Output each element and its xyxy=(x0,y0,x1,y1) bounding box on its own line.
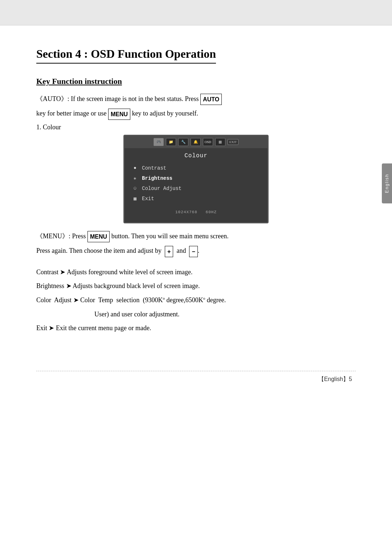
osd-footer-resolution: 1024X768 60HZ xyxy=(132,210,260,216)
osd-icon-gamepad: 🎮 xyxy=(154,138,164,146)
side-tab-label: English xyxy=(384,174,389,193)
and-word: and xyxy=(176,247,186,254)
user-line: User) and user color adjustment. xyxy=(36,309,356,320)
auto-line-1: 《AUTO》: If the screen image is not in th… xyxy=(36,93,356,105)
osd-screen-title: Colour xyxy=(132,153,260,159)
minus-key-box: − xyxy=(189,246,197,257)
osd-exit-icon: ▦ xyxy=(132,195,138,202)
top-bar xyxy=(0,0,392,25)
osd-icon-exit: EXIT xyxy=(228,139,239,145)
osd-menu-colour-adjust: ☺ Colour Adjust xyxy=(132,185,260,193)
auto-key-box: AUTO xyxy=(200,94,222,105)
osd-menu-brightness: ✳ Brightness xyxy=(132,174,260,182)
numbered-item-1: 1. Colour xyxy=(36,123,356,131)
osd-icon-osd: OSD xyxy=(203,138,213,146)
auto-line2-prefix: key for better image or use xyxy=(36,110,106,117)
osd-brightness-icon: ✳ xyxy=(132,175,138,182)
side-tab: English xyxy=(382,163,392,203)
press-again-line: Press again. Then choose the item and ad… xyxy=(36,245,356,257)
exit-desc: Exit ➤ Exit the current menu page or mad… xyxy=(36,323,356,334)
osd-body: Colour ● Contrast ✳ Brightness ☺ Colour … xyxy=(124,148,268,222)
osd-exit-label: Exit xyxy=(142,196,154,202)
osd-icon-bar: ▦ xyxy=(215,138,225,146)
plus-key-box: + xyxy=(165,246,173,257)
osd-menu-exit: ▦ Exit xyxy=(132,195,260,203)
press-again-suffix: . xyxy=(198,247,200,254)
osd-screen: 🎮 📁 🔧 🔔 OSD ▦ EXIT Colour ● Contrast ✳ B… xyxy=(123,135,269,223)
menu-desc-prefix: 《MENU》: Press xyxy=(36,232,86,240)
osd-icon-bell: 🔔 xyxy=(191,138,201,146)
menu-desc-suffix: button. Then you will see main menu scre… xyxy=(111,232,229,240)
menu-desc-line: 《MENU》: Press MENU button. Then you will… xyxy=(36,231,356,242)
osd-brightness-label: Brightness xyxy=(142,175,172,181)
auto-line-2: key for better image or use MENU key to … xyxy=(36,108,356,119)
osd-toolbar: 🎮 📁 🔧 🔔 OSD ▦ EXIT xyxy=(124,136,268,148)
osd-contrast-label: Contrast xyxy=(142,165,166,171)
menu-key2-box: MENU xyxy=(87,231,110,242)
brightness-desc: Brightness ➤ Adjusts background black le… xyxy=(36,280,356,292)
section-title: Section 4 : OSD Function Operation xyxy=(36,47,216,64)
osd-icon-tools: 🔧 xyxy=(178,138,188,146)
bottom-divider xyxy=(36,371,356,371)
color-adjust-desc: Color Adjust ➤ Color Temp selection (930… xyxy=(36,295,356,306)
osd-colour-label: Colour Adjust xyxy=(142,186,181,191)
menu-key-inline-box: MENU xyxy=(108,109,130,120)
osd-colour-icon: ☺ xyxy=(132,185,138,192)
subsection-title: Key Function instruction xyxy=(36,77,356,86)
main-content: English Section 4 : OSD Function Operati… xyxy=(0,25,392,405)
contrast-desc: Contrast ➤ Adjusts foreground white leve… xyxy=(36,267,356,278)
auto-line2-suffix: key to adjust by yourself. xyxy=(132,110,198,117)
osd-menu-contrast: ● Contrast xyxy=(132,164,260,172)
press-again-prefix: Press again. Then choose the item and ad… xyxy=(36,247,162,254)
auto-prefix: 《AUTO》: If the screen image is not in th… xyxy=(36,95,199,102)
osd-icon-folder: 📁 xyxy=(166,138,176,146)
page-footer: 【English】5 xyxy=(36,376,356,383)
osd-contrast-icon: ● xyxy=(132,165,138,171)
